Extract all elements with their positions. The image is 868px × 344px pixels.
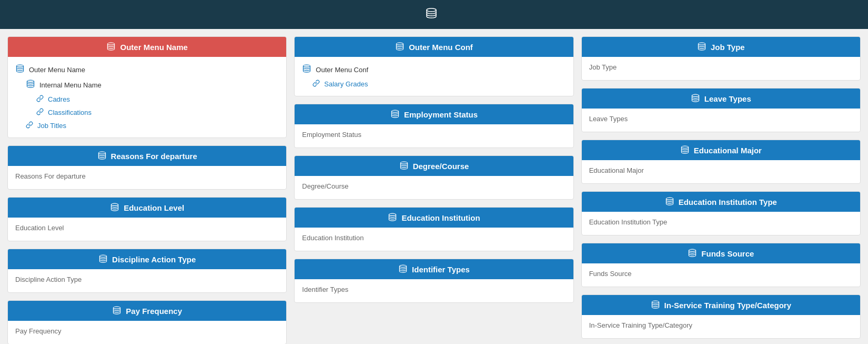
card-body-text: Education Institution xyxy=(302,234,364,242)
svg-point-7 xyxy=(114,307,120,309)
card-body-outer-menu-name: Outer Menu Name Internal Menu Name Cadre… xyxy=(8,57,286,137)
card-body-education-institution: Education Institution xyxy=(295,228,573,251)
card-body-identifier-types: Identifier Types xyxy=(295,279,573,302)
card-body-text: Degree/Course xyxy=(302,182,348,190)
card-header-education-level[interactable]: Education Level xyxy=(8,198,286,218)
card-header-degree-course[interactable]: Degree/Course xyxy=(295,156,573,176)
svg-point-16 xyxy=(681,146,688,148)
card-header-outer-menu-conf[interactable]: Outer Menu Conf xyxy=(295,37,573,57)
card-education-level: Education LevelEducation Level xyxy=(7,197,287,241)
card-header-label: Identifier Types xyxy=(412,265,470,274)
card-header-label: Employment Status xyxy=(404,110,478,119)
card-body-text: Employment Status xyxy=(302,131,361,139)
card-job-type: Job TypeJob Type xyxy=(581,36,861,81)
card-header-education-institution-type[interactable]: Education Institution Type xyxy=(582,192,860,212)
svg-point-18 xyxy=(689,249,696,251)
svg-point-13 xyxy=(400,265,407,267)
card-body-text: Education Level xyxy=(15,224,64,232)
svg-point-1 xyxy=(108,43,115,45)
card-header-educational-major[interactable]: Educational Major xyxy=(582,140,860,160)
card-header-discipline-action-type[interactable]: Discipline Action Type xyxy=(8,249,286,269)
svg-point-14 xyxy=(698,43,705,45)
column-1: Outer Menu Conf Outer Menu Conf Salary G… xyxy=(294,36,573,344)
card-tree-item: Internal Menu Name xyxy=(26,77,279,93)
card-body-text: Funds Source xyxy=(589,270,632,278)
card-header-label: Educational Major xyxy=(694,146,762,155)
card-header-job-type[interactable]: Job Type xyxy=(582,37,860,57)
top-bar xyxy=(0,0,868,29)
card-body-leave-types: Leave Types xyxy=(582,109,860,132)
tree-item-link[interactable]: Classifications xyxy=(48,109,92,116)
svg-point-0 xyxy=(427,8,436,12)
card-header-education-institution[interactable]: Education Institution xyxy=(295,208,573,228)
card-body-text: Identifier Types xyxy=(302,286,348,293)
link-icon xyxy=(26,121,33,130)
svg-point-4 xyxy=(98,152,105,154)
svg-point-15 xyxy=(692,94,699,96)
link-icon xyxy=(36,95,44,104)
card-header-label: Education Institution Type xyxy=(679,198,777,207)
card-header-label: Funds Source xyxy=(701,249,754,258)
card-header-label: Leave Types xyxy=(704,94,751,103)
card-body-pay-frequency: Pay Frequency xyxy=(8,321,286,344)
card-header-funds-source[interactable]: Funds Source xyxy=(582,243,860,263)
card-header-label: Outer Menu Conf xyxy=(409,43,473,52)
card-header-employment-status[interactable]: Employment Status xyxy=(295,104,573,124)
tree-item-link[interactable]: Salary Grades xyxy=(324,80,368,88)
card-body-text: Reasons For departure xyxy=(15,172,86,180)
card-tree-item[interactable]: Job Titles xyxy=(26,119,279,132)
card-educational-major: Educational MajorEducational Major xyxy=(581,140,861,184)
card-pay-frequency: Pay FrequencyPay Frequency xyxy=(7,300,287,344)
card-body-text: Educational Major xyxy=(589,166,644,174)
card-education-institution-type: Education Institution TypeEducation Inst… xyxy=(581,191,861,235)
card-header-label: Outer Menu Name xyxy=(120,43,187,52)
card-body-text: In-Service Training Type/Category xyxy=(589,321,692,329)
db-icon xyxy=(302,64,311,75)
svg-point-3 xyxy=(27,80,34,82)
svg-point-19 xyxy=(652,301,659,303)
card-tree-item[interactable]: Salary Grades xyxy=(312,77,566,91)
tree-item-link[interactable]: Cadres xyxy=(48,95,70,103)
card-body-text: Discipline Action Type xyxy=(15,276,82,283)
card-degree-course: Degree/CourseDegree/Course xyxy=(294,155,573,200)
svg-point-17 xyxy=(666,198,673,200)
card-tree-item: Outer Menu Name xyxy=(15,62,279,77)
card-body-degree-course: Degree/Course xyxy=(295,176,573,199)
card-tree-item[interactable]: Cadres xyxy=(36,93,279,106)
svg-point-6 xyxy=(100,255,107,257)
card-header-in-service-training[interactable]: In-Service Training Type/Category xyxy=(582,295,860,315)
column-0: Outer Menu Name Outer Menu Name Internal… xyxy=(7,36,287,344)
card-employment-status: Employment StatusEmployment Status xyxy=(294,104,573,148)
card-header-reasons-for-departure[interactable]: Reasons For departure xyxy=(8,146,286,166)
card-header-label: Discipline Action Type xyxy=(112,255,196,264)
card-header-identifier-types[interactable]: Identifier Types xyxy=(295,259,573,279)
card-education-institution: Education InstitutionEducation Instituti… xyxy=(294,207,573,251)
card-header-pay-frequency[interactable]: Pay Frequency xyxy=(8,301,286,321)
card-body-text: Pay Frequency xyxy=(15,327,61,335)
tree-item-link[interactable]: Job Titles xyxy=(37,122,66,130)
card-discipline-action-type: Discipline Action TypeDiscipline Action … xyxy=(7,249,287,293)
card-header-label: Education Level xyxy=(124,203,184,212)
card-body-reasons-for-departure: Reasons For departure xyxy=(8,166,286,189)
card-in-service-training: In-Service Training Type/CategoryIn-Serv… xyxy=(581,294,861,339)
card-tree-item[interactable]: Classifications xyxy=(36,106,279,119)
card-body-education-level: Education Level xyxy=(8,218,286,241)
card-header-label: Reasons For departure xyxy=(111,152,197,161)
card-header-label: Degree/Course xyxy=(413,162,469,171)
svg-point-10 xyxy=(391,110,398,112)
card-body-educational-major: Educational Major xyxy=(582,160,860,183)
svg-point-5 xyxy=(112,203,118,205)
card-outer-menu-name: Outer Menu Name Outer Menu Name Internal… xyxy=(7,36,287,138)
card-outer-menu-conf: Outer Menu Conf Outer Menu Conf Salary G… xyxy=(294,36,573,96)
main-content: Outer Menu Name Outer Menu Name Internal… xyxy=(0,29,868,344)
card-header-leave-types[interactable]: Leave Types xyxy=(582,89,860,109)
db-icon xyxy=(26,80,35,91)
link-icon xyxy=(312,80,320,89)
card-header-outer-menu-name[interactable]: Outer Menu Name xyxy=(8,37,286,57)
card-body-discipline-action-type: Discipline Action Type xyxy=(8,269,286,292)
card-body-text: Leave Types xyxy=(589,115,628,123)
card-header-label: In-Service Training Type/Category xyxy=(664,301,791,310)
card-body-text: Education Institution Type xyxy=(589,218,668,226)
card-header-label: Job Type xyxy=(711,43,745,52)
svg-point-12 xyxy=(389,213,396,215)
